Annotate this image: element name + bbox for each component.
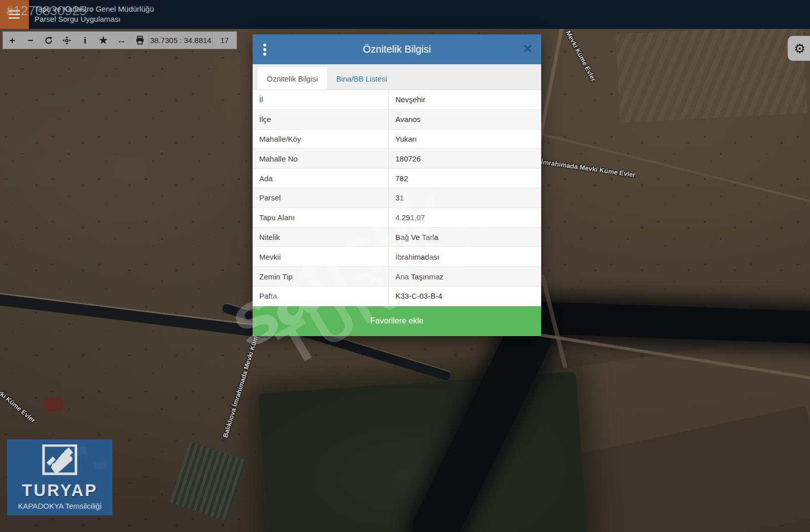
- logo-brand-text: TURYAP: [22, 481, 97, 500]
- row-label: İl: [253, 90, 389, 109]
- row-label: Zemin Tip: [253, 267, 389, 286]
- row-label: Pafta: [253, 287, 389, 306]
- row-label: Mahalle/Köy: [253, 130, 389, 149]
- row-value: 4.291,07: [389, 208, 541, 227]
- parcel-query-app: Mevki Küme Evler İmrahimada Mevki Küme E…: [0, 0, 810, 532]
- row-value: K33-C-03-B-4: [389, 287, 541, 306]
- table-row: Parsel 31: [253, 188, 541, 208]
- row-label: Ada: [253, 169, 389, 188]
- table-row: İl Nevşehir: [253, 90, 541, 110]
- pan-locate-button[interactable]: [58, 32, 76, 49]
- hamburger-icon: [9, 10, 20, 12]
- row-value: Ana Taşınmaz: [389, 267, 541, 286]
- refresh-icon: [44, 36, 53, 45]
- app-header: Tapu ve Kadastro Genel Müdürlüğü Parsel …: [0, 0, 810, 29]
- close-icon: ×: [523, 40, 532, 57]
- table-row: Pafta K33-C-03-B-4: [253, 287, 541, 306]
- handshake-icon: [37, 444, 82, 480]
- modal-tab-bar: Öznitelik Bilgisi Bina/BB Listesi: [253, 64, 541, 90]
- row-value: İbrahimadası: [389, 247, 541, 266]
- gear-icon: ⚙: [794, 42, 805, 55]
- favorites-button[interactable]: ★: [94, 32, 112, 49]
- info-button[interactable]: i: [76, 32, 94, 49]
- modal-header: Öznitelik Bilgisi ×: [253, 34, 541, 64]
- table-row: Zemin Tip Ana Taşınmaz: [253, 267, 541, 287]
- minus-icon: −: [27, 35, 33, 46]
- attribute-table: İl Nevşehir İlçe Avanos Mahalle/Köy Yuka…: [253, 90, 541, 306]
- menu-button[interactable]: [0, 0, 29, 29]
- logo-subtitle-text: KAPADOKYA Temsilciliği: [18, 502, 101, 510]
- row-value: Nevşehir: [389, 90, 541, 109]
- row-label: Mahalle No: [253, 149, 389, 168]
- zoom-in-button[interactable]: +: [3, 32, 21, 49]
- row-value: 782: [389, 169, 541, 188]
- attribute-info-modal: Öznitelik Bilgisi × Öznitelik Bilgisi Bi…: [253, 34, 541, 336]
- coordinates-readout: 38.7305 : 34.8814: [149, 32, 212, 49]
- arrows-horizontal-icon: ↔: [117, 35, 127, 46]
- table-row: Mahalle/Köy Yukarı: [253, 130, 541, 149]
- crosshair-icon: [62, 36, 71, 45]
- row-label: Parsel: [253, 188, 389, 208]
- row-value: 31: [389, 188, 541, 208]
- kebab-menu-icon[interactable]: [263, 44, 268, 56]
- table-row: Ada 782: [253, 169, 541, 188]
- row-value: Yukarı: [389, 130, 541, 149]
- modal-title: Öznitelik Bilgisi: [363, 44, 431, 55]
- printer-icon: [135, 35, 145, 45]
- table-row: Tapu Alanı 4.291,07: [253, 208, 541, 228]
- table-row: Mahalle No 180726: [253, 149, 541, 169]
- close-button[interactable]: ×: [520, 40, 535, 57]
- turyap-logo: TURYAP KAPADOKYA Temsilciliği: [7, 439, 112, 515]
- tab-oznitelik-bilgisi[interactable]: Öznitelik Bilgisi: [258, 67, 327, 90]
- zoom-out-button[interactable]: −: [21, 32, 39, 49]
- table-row: İlçe Avanos: [253, 110, 541, 130]
- zoom-level-readout: 17: [212, 32, 236, 49]
- star-icon: ★: [99, 34, 107, 46]
- print-button[interactable]: [131, 32, 149, 49]
- add-to-favorites-button[interactable]: Favorilere ekle: [253, 306, 541, 336]
- plus-icon: +: [9, 35, 15, 46]
- measure-button[interactable]: ↔: [112, 32, 131, 49]
- row-value: Bağ Ve Tarla: [389, 228, 541, 247]
- app-title: Tapu ve Kadastro Genel Müdürlüğü Parsel …: [34, 4, 154, 24]
- map-toolbar: + − i ★ ↔: [3, 31, 237, 49]
- tab-bina-bb-listesi[interactable]: Bina/BB Listesi: [327, 67, 396, 90]
- row-label: İlçe: [253, 110, 389, 129]
- row-value: Avanos: [389, 110, 541, 129]
- row-label: Mevkii: [253, 247, 389, 266]
- info-icon: i: [84, 35, 86, 46]
- table-row: Nitelik Bağ Ve Tarla: [253, 228, 541, 248]
- app-title-line1: Tapu ve Kadastro Genel Müdürlüğü: [34, 4, 154, 14]
- app-title-line2: Parsel Sorgu Uygulaması: [34, 14, 154, 24]
- table-row: Mevkii İbrahimadası: [253, 247, 541, 267]
- map-field: [616, 24, 807, 122]
- row-label: Tapu Alanı: [253, 208, 389, 227]
- row-label: Nitelik: [253, 228, 389, 247]
- row-value: 180726: [389, 149, 541, 168]
- refresh-button[interactable]: [39, 32, 58, 49]
- settings-button[interactable]: ⚙: [788, 36, 810, 61]
